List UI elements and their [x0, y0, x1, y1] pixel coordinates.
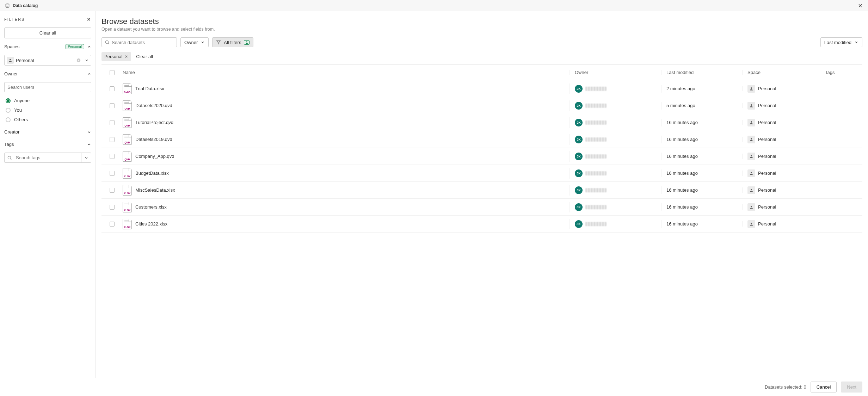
tags-search-input[interactable] — [14, 153, 81, 162]
dataset-search-input[interactable] — [112, 40, 174, 45]
row-checkbox[interactable] — [110, 205, 115, 210]
row-checkbox[interactable] — [110, 120, 115, 125]
chevron-down-icon — [87, 130, 91, 134]
table-row[interactable]: QVD Datasets2019.qvd JK 16 minutes ago P… — [101, 131, 862, 148]
svg-point-5 — [751, 87, 752, 89]
space-name: Personal — [758, 154, 776, 159]
owner-avatar: JK — [575, 169, 583, 177]
search-icon — [5, 153, 14, 162]
owner-radio-you[interactable]: You — [6, 107, 91, 113]
col-space-header[interactable]: Space — [743, 70, 820, 75]
col-modified-header[interactable]: Last modified — [661, 70, 743, 75]
app-header: Data catalog — [0, 0, 868, 11]
row-checkbox[interactable] — [110, 171, 115, 176]
col-owner-header[interactable]: Owner — [570, 70, 661, 75]
table-row[interactable]: XLSX MiscSalesData.xlsx JK 16 minutes ag… — [101, 182, 862, 199]
table-row[interactable]: QVD Datasets2020.qvd JK 5 minutes ago Pe… — [101, 97, 862, 114]
clear-space-icon[interactable] — [76, 58, 81, 63]
table-row[interactable]: QVD TutorialProject.qvd JK 16 minutes ag… — [101, 114, 862, 131]
close-filters-button[interactable] — [86, 17, 91, 22]
row-checkbox[interactable] — [110, 154, 115, 159]
row-checkbox[interactable] — [110, 222, 115, 227]
radio-icon — [6, 117, 11, 122]
owner-radio-anyone[interactable]: Anyone — [6, 98, 91, 103]
tags-section-head[interactable]: Tags — [4, 140, 91, 148]
row-checkbox[interactable] — [110, 103, 115, 108]
owner-avatar: JK — [575, 153, 583, 160]
tags-search[interactable] — [4, 153, 91, 163]
dataset-name: MiscSalesData.xlsx — [135, 187, 175, 193]
person-icon — [747, 169, 755, 177]
table-row[interactable]: XLSX Trial Data.xlsx JK 2 minutes ago Pe… — [101, 80, 862, 97]
remove-chip-icon[interactable] — [124, 55, 128, 58]
select-all-checkbox[interactable] — [110, 70, 115, 75]
space-name: Personal — [758, 86, 776, 91]
table-row[interactable]: QVD Company_App.qvd JK 16 minutes ago Pe… — [101, 148, 862, 165]
owner-avatar: JK — [575, 136, 583, 143]
sort-dropdown[interactable]: Last modified — [820, 37, 862, 47]
owner-name-redacted — [585, 137, 607, 142]
all-filters-button[interactable]: All filters 1 — [212, 37, 253, 47]
space-name: Personal — [758, 204, 776, 210]
close-dialog-button[interactable] — [857, 3, 863, 8]
svg-point-8 — [751, 138, 752, 140]
owner-name-redacted — [585, 171, 607, 175]
row-checkbox[interactable] — [110, 86, 115, 91]
filters-sidebar: FILTERS Clear all Spaces Personal Person… — [0, 11, 96, 378]
svg-point-11 — [751, 189, 752, 190]
file-icon: XLSX — [123, 83, 132, 94]
space-name: Personal — [758, 103, 776, 108]
person-icon — [7, 57, 14, 64]
owner-radio-others[interactable]: Others — [6, 117, 91, 122]
space-name: Personal — [758, 120, 776, 125]
filters-label: FILTERS — [4, 17, 25, 21]
space-selector[interactable]: Personal — [4, 55, 91, 66]
chevron-down-icon — [201, 40, 205, 44]
owner-search-input[interactable] — [4, 82, 91, 92]
modified-time: 5 minutes ago — [661, 103, 743, 108]
spaces-badge: Personal — [66, 44, 84, 49]
owner-name-redacted — [585, 87, 607, 91]
chevron-up-icon — [87, 72, 91, 76]
tags-dropdown-button[interactable] — [81, 153, 91, 162]
row-checkbox[interactable] — [110, 137, 115, 142]
radio-label: You — [14, 107, 22, 113]
clear-chips-button[interactable]: Clear all — [136, 54, 153, 59]
row-checkbox[interactable] — [110, 188, 115, 193]
page-title: Browse datasets — [101, 17, 862, 26]
col-name-header[interactable]: Name — [123, 70, 570, 75]
dataset-name: Customers.xlsx — [135, 204, 167, 210]
app-title: Data catalog — [13, 3, 38, 8]
modified-time: 16 minutes ago — [661, 187, 743, 193]
spaces-section-head[interactable]: Spaces Personal — [4, 43, 91, 51]
radio-icon — [6, 108, 11, 113]
search-icon — [105, 40, 110, 45]
owner-dropdown[interactable]: Owner — [180, 37, 209, 47]
all-filters-label: All filters — [224, 40, 241, 45]
owner-name-redacted — [585, 222, 607, 226]
clear-all-button[interactable]: Clear all — [4, 27, 91, 38]
owner-name-redacted — [585, 154, 607, 159]
table-row[interactable]: XLSX BudgetData.xlsx JK 16 minutes ago P… — [101, 165, 862, 182]
creator-section-head[interactable]: Creator — [4, 128, 91, 136]
svg-point-9 — [751, 155, 752, 156]
filter-chip-personal[interactable]: Personal — [101, 52, 131, 61]
dataset-search[interactable] — [101, 37, 177, 47]
space-name: Personal — [758, 221, 776, 227]
person-icon — [747, 85, 755, 93]
table-row[interactable]: XLSX Customers.xlsx JK 16 minutes ago Pe… — [101, 199, 862, 216]
chevron-down-icon[interactable] — [85, 58, 89, 62]
cancel-button[interactable]: Cancel — [811, 382, 837, 392]
svg-point-4 — [105, 41, 108, 43]
owner-section-head[interactable]: Owner — [4, 70, 91, 78]
next-button[interactable]: Next — [841, 382, 862, 392]
modified-time: 16 minutes ago — [661, 204, 743, 210]
table-row[interactable]: XLSX Cities 2022.xlsx JK 16 minutes ago … — [101, 216, 862, 233]
svg-point-0 — [6, 4, 9, 5]
filter-icon — [216, 40, 221, 45]
chevron-down-icon — [854, 40, 858, 44]
owner-name-redacted — [585, 120, 607, 125]
svg-point-10 — [751, 172, 752, 173]
col-tags-header[interactable]: Tags — [820, 70, 862, 75]
modified-time: 16 minutes ago — [661, 171, 743, 176]
